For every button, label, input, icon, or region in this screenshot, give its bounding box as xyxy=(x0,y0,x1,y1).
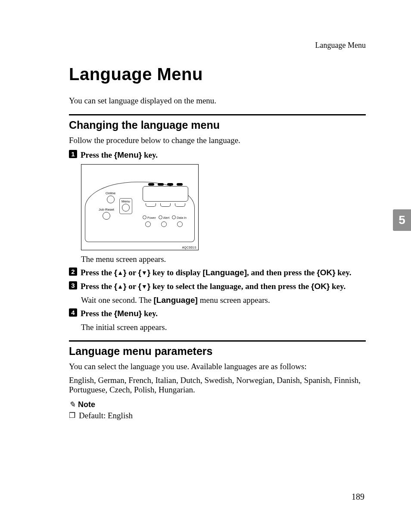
ok-key-label: OK xyxy=(320,268,333,277)
section-heading-changing: Changing the language menu xyxy=(69,119,366,131)
manual-page: Language Menu Language Menu You can set … xyxy=(0,0,411,532)
menu-key-label: Menu xyxy=(117,150,139,159)
step-2-text: Press the {▲} or {▼} key to display [Lan… xyxy=(81,267,352,278)
ok-key-label: OK xyxy=(314,282,327,291)
language-label: [Language] xyxy=(154,296,198,305)
text: key. xyxy=(330,282,346,291)
text: Press the xyxy=(81,268,114,277)
text: menu screen appears. xyxy=(198,296,270,305)
page-title: Language Menu xyxy=(69,65,366,84)
control-panel-figure: Power Alert Data In Online Menu Job Rese… xyxy=(81,164,199,250)
section-rule xyxy=(69,114,366,115)
lcd-screen xyxy=(143,186,188,202)
lcd-tabs xyxy=(144,203,187,208)
circle-icon xyxy=(107,196,115,203)
figure-code: AQC001S xyxy=(182,246,196,249)
data-indicator-label: Data In xyxy=(172,215,187,219)
bullet-icon: ❒ xyxy=(69,411,75,420)
step-1: 1 Press the {Menu} key. xyxy=(69,149,366,161)
running-head: Language Menu xyxy=(69,41,366,50)
step-number-icon: 3 xyxy=(69,281,77,289)
text: Press the xyxy=(81,150,114,159)
note-item: ❒ Default: English xyxy=(69,411,366,420)
text: Press the xyxy=(81,282,114,291)
menu-key-label: Menu xyxy=(117,309,139,318)
up-arrow-icon: ▲ xyxy=(117,269,123,277)
indicator-labels: Power Alert Data In xyxy=(143,215,194,219)
power-indicator-label: Power xyxy=(143,215,156,219)
step-number-icon: 2 xyxy=(69,268,77,276)
online-button: Online xyxy=(106,191,115,203)
intro-paragraph: You can set language displayed on the me… xyxy=(69,96,366,106)
menu-button-highlight: Menu xyxy=(119,198,132,214)
job-reset-button: Job Reset xyxy=(99,208,114,220)
parameters-p1: You can select the language you use. Ava… xyxy=(69,362,366,371)
circle-icon xyxy=(103,212,110,220)
parameters-p2: English, German, French, Italian, Dutch,… xyxy=(69,376,366,395)
text: key. xyxy=(142,309,158,318)
note-label: Note xyxy=(78,400,95,409)
text: Press the xyxy=(81,309,114,318)
job-reset-button-label: Job Reset xyxy=(99,208,114,212)
step-1-result: The menu screen appears. xyxy=(81,254,366,265)
text: key. xyxy=(336,268,352,277)
bracket-open: { xyxy=(114,282,117,291)
step-4-text: Press the {Menu} key. xyxy=(81,308,158,319)
step-number-icon: 4 xyxy=(69,308,77,317)
text: key to display xyxy=(150,268,202,277)
step-3-result: Wait one second. The [Language] menu scr… xyxy=(81,295,366,306)
step-2: 2 Press the {▲} or {▼} key to display [L… xyxy=(69,267,366,278)
down-arrow-icon: ▼ xyxy=(141,283,147,291)
section-parameters: Language menu parameters You can select … xyxy=(69,340,366,420)
bracket-open: { xyxy=(138,282,141,291)
step-number-icon: 1 xyxy=(69,150,77,158)
step-4: 4 Press the {Menu} key. xyxy=(69,308,366,319)
section-heading-parameters: Language menu parameters xyxy=(69,345,366,358)
step-4-result: The initial screen appears. xyxy=(81,322,366,333)
chapter-tab: 5 xyxy=(393,209,411,231)
page-number: 189 xyxy=(352,492,364,502)
note-heading: ✎ Note xyxy=(69,400,366,409)
text: key to select the language, and then pre… xyxy=(150,282,311,291)
menu-button-label: Menu xyxy=(121,199,130,203)
bracket-close: } xyxy=(332,268,335,277)
up-arrow-icon: ▲ xyxy=(117,283,123,291)
section-lead: Follow the procedure below to change the… xyxy=(69,136,366,145)
language-label: [Language] xyxy=(203,268,247,277)
section-rule xyxy=(69,340,366,342)
step-3: 3 Press the {▲} or {▼} key to select the… xyxy=(69,281,366,292)
pencil-icon: ✎ xyxy=(69,400,75,409)
circle-icon xyxy=(122,204,130,212)
text: or xyxy=(126,268,138,277)
note-text: Default: English xyxy=(79,411,133,420)
down-arrow-icon: ▼ xyxy=(141,269,147,277)
bracket-open: { xyxy=(317,268,320,277)
indicator-leds xyxy=(145,221,193,227)
text: or xyxy=(126,282,138,291)
lcd-top-dots xyxy=(147,183,184,186)
text: key. xyxy=(142,150,158,159)
bracket-open: { xyxy=(138,268,141,277)
text: Wait one second. The xyxy=(81,296,154,305)
online-button-label: Online xyxy=(106,191,115,195)
bracket-open: { xyxy=(114,268,117,277)
alert-indicator-label: Alert xyxy=(159,215,169,219)
step-1-text: Press the {Menu} key. xyxy=(81,149,158,161)
step-3-text: Press the {▲} or {▼} key to select the l… xyxy=(81,281,346,292)
text: , and then press the xyxy=(247,268,317,277)
